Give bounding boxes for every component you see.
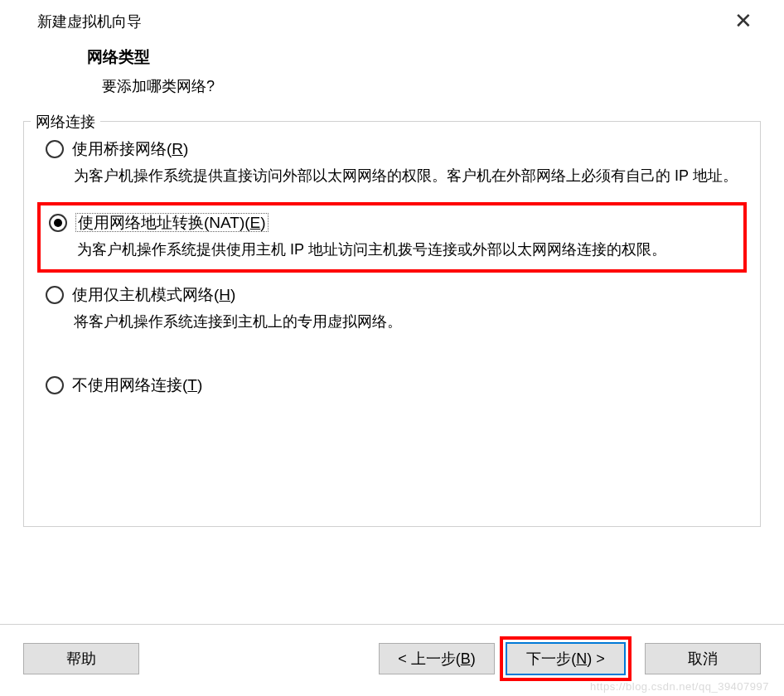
page-subtitle: 要添加哪类网络? bbox=[102, 76, 784, 96]
network-fieldset: 网络连接 使用桥接网络(R) 为客户机操作系统提供直接访问外部以太网网络的权限。… bbox=[23, 121, 761, 527]
btn-text-prefix: 下一步( bbox=[526, 650, 576, 667]
option-bridged-label: 使用桥接网络(R) bbox=[72, 138, 188, 160]
content-area: 网络连接 使用桥接网络(R) 为客户机操作系统提供直接访问外部以太网网络的权限。… bbox=[0, 121, 784, 527]
cancel-button[interactable]: 取消 bbox=[645, 643, 761, 674]
label-suffix-close: ) bbox=[260, 214, 265, 231]
focus-ring: 使用网络地址转换(NAT)(E) bbox=[75, 213, 269, 232]
btn-text-suffix: ) bbox=[471, 650, 476, 667]
label-accelerator: R bbox=[172, 140, 183, 157]
option-hostonly-desc: 将客户机操作系统连接到主机上的专用虚拟网络。 bbox=[74, 311, 747, 333]
option-none-label: 不使用网络连接(T) bbox=[72, 375, 202, 396]
close-icon[interactable]: ✕ bbox=[728, 8, 759, 34]
option-nat-desc: 为客户机操作系统提供使用主机 IP 地址访问主机拨号连接或外部以太网网络连接的权… bbox=[77, 239, 738, 261]
option-bridged[interactable]: 使用桥接网络(R) 为客户机操作系统提供直接访问外部以太网网络的权限。客户机在外… bbox=[37, 138, 747, 187]
titlebar: 新建虚拟机向导 ✕ bbox=[0, 0, 784, 38]
page-title: 网络类型 bbox=[87, 46, 784, 68]
highlight-next: 下一步(N) > bbox=[500, 636, 632, 681]
btn-accelerator: N bbox=[576, 650, 587, 667]
window-title: 新建虚拟机向导 bbox=[37, 12, 142, 31]
label-suffix-close: ) bbox=[230, 286, 235, 303]
label-accelerator: H bbox=[219, 286, 230, 303]
help-button[interactable]: 帮助 bbox=[23, 643, 139, 674]
option-hostonly[interactable]: 使用仅主机模式网络(H) 将客户机操作系统连接到主机上的专用虚拟网络。 bbox=[37, 284, 747, 333]
btn-text-suffix: ) > bbox=[587, 650, 605, 667]
fieldset-legend: 网络连接 bbox=[31, 112, 100, 132]
label-text: 使用网络地址转换(NAT) bbox=[78, 214, 244, 231]
watermark: https://blog.csdn.net/qq_39407997 bbox=[590, 680, 769, 693]
wizard-header: 网络类型 要添加哪类网络? bbox=[0, 38, 784, 113]
radio-icon[interactable] bbox=[46, 140, 64, 158]
next-button[interactable]: 下一步(N) > bbox=[506, 642, 626, 675]
label-suffix-close: ) bbox=[183, 140, 188, 157]
option-hostonly-label: 使用仅主机模式网络(H) bbox=[72, 284, 235, 306]
btn-accelerator: B bbox=[461, 650, 471, 667]
label-text: 使用桥接网络 bbox=[72, 140, 167, 157]
button-bar: 帮助 < 上一步(B) 下一步(N) > 取消 bbox=[0, 624, 784, 681]
option-bridged-desc: 为客户机操作系统提供直接访问外部以太网网络的权限。客户机在外部网络上必须有自己的… bbox=[74, 165, 747, 187]
radio-icon[interactable] bbox=[49, 214, 67, 232]
label-text: 使用仅主机模式网络 bbox=[72, 286, 214, 303]
label-text: 不使用网络连接 bbox=[72, 376, 182, 394]
radio-icon[interactable] bbox=[46, 376, 64, 394]
label-suffix-close: ) bbox=[197, 376, 202, 394]
option-nat-label: 使用网络地址转换(NAT)(E) bbox=[75, 212, 269, 234]
option-nat[interactable]: 使用网络地址转换(NAT)(E) 为客户机操作系统提供使用主机 IP 地址访问主… bbox=[46, 212, 738, 261]
label-accelerator: T bbox=[187, 376, 197, 394]
option-none[interactable]: 不使用网络连接(T) bbox=[37, 375, 747, 396]
back-button[interactable]: < 上一步(B) bbox=[379, 643, 495, 674]
btn-text-prefix: < 上一步( bbox=[398, 650, 461, 667]
label-accelerator: E bbox=[250, 214, 261, 231]
radio-icon[interactable] bbox=[46, 286, 64, 304]
highlight-nat: 使用网络地址转换(NAT)(E) 为客户机操作系统提供使用主机 IP 地址访问主… bbox=[37, 202, 747, 273]
